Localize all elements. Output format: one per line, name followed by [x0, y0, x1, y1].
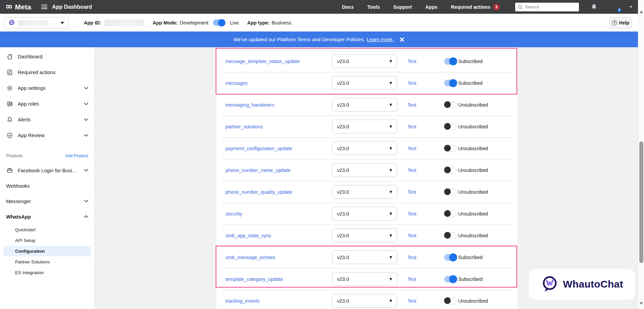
add-product-link[interactable]: Add Product [65, 153, 88, 158]
sidebar-item-alerts[interactable]: Alerts [3, 112, 91, 127]
close-icon[interactable] [399, 37, 405, 42]
subscription-toggle[interactable] [444, 189, 457, 195]
version-dropdown[interactable]: v23.0 ▼ [332, 141, 397, 155]
webhook-field-link[interactable]: messaging_handovers [225, 102, 274, 108]
webhook-field-link[interactable]: phone_number_name_update [225, 168, 290, 173]
webhook-field-link[interactable]: payment_configuration_update [225, 146, 292, 151]
version-dropdown[interactable]: v23.0 ▼ [332, 229, 397, 242]
sidebar-item-label: Configuration [15, 249, 45, 254]
version-value: v23.0 [337, 276, 349, 282]
subscription-toggle[interactable] [444, 167, 457, 174]
products-label: Products [6, 153, 22, 158]
webhook-field-link[interactable]: tracking_events [225, 298, 260, 304]
test-link[interactable]: Test [404, 298, 420, 304]
version-dropdown[interactable]: v23.0 ▼ [332, 163, 397, 177]
webhook-field-link[interactable]: template_category_update [225, 276, 283, 282]
help-button[interactable]: ? Help [610, 17, 631, 28]
sidebar-item-quickstart[interactable]: Quickstart [3, 225, 91, 235]
webhook-field-link[interactable]: smb_message_echoes [225, 255, 275, 260]
version-dropdown[interactable]: v23.0 ▼ [332, 76, 397, 90]
account-menu-chevron-icon[interactable] [629, 6, 633, 8]
version-dropdown[interactable]: v23.0 ▼ [332, 98, 397, 112]
webhook-field-link[interactable]: security [225, 211, 242, 217]
sidebar-item-whatsapp[interactable]: WhatsApp [3, 209, 91, 224]
test-link[interactable]: Test [404, 124, 420, 129]
webhook-field-link[interactable]: smb_app_state_sync [225, 233, 271, 238]
search-box[interactable] [515, 3, 579, 11]
subscription-toggle[interactable] [444, 232, 457, 239]
nav-link-required-actions[interactable]: Required actions 3 [451, 4, 500, 10]
scroll-down-arrow-icon[interactable] [640, 302, 643, 305]
scroll-up-arrow-icon[interactable] [640, 11, 643, 13]
test-link[interactable]: Test [404, 211, 420, 217]
webhook-field-link[interactable]: phone_number_quality_update [225, 189, 292, 195]
scrollbar-thumb[interactable] [639, 141, 643, 263]
sidebar-item-app-settings[interactable]: App settings [3, 80, 91, 96]
subscription-toggle[interactable] [444, 58, 457, 65]
version-dropdown[interactable]: v23.0 ▼ [332, 250, 397, 264]
notifications-bell-icon[interactable] [590, 3, 598, 11]
subscription-toggle[interactable] [444, 102, 457, 108]
sidebar-item-facebook-login[interactable]: Facebook Login for Busi… [3, 163, 91, 178]
webhook-row: partner_solutions v23.0 ▼ Test Unsubscri… [216, 116, 517, 137]
nav-link-docs[interactable]: Docs [342, 4, 354, 10]
sidebar-item-es-integration[interactable]: ES Integration [3, 267, 91, 278]
test-link[interactable]: Test [404, 189, 420, 195]
toggle-knob [444, 123, 451, 130]
sidebar-item-dashboard[interactable]: Dashboard [3, 49, 91, 64]
subscription-toggle[interactable] [444, 145, 457, 152]
test-link[interactable]: Test [404, 276, 420, 282]
learn-more-link[interactable]: Learn more. [367, 37, 394, 42]
chevron-down-icon: ▼ [389, 212, 392, 215]
toggle-knob [444, 210, 451, 217]
version-value: v23.0 [337, 255, 349, 260]
version-dropdown[interactable]: v23.0 ▼ [332, 207, 397, 221]
test-link[interactable]: Test [404, 80, 420, 86]
chevron-down-icon [84, 87, 88, 89]
toggle-knob [444, 145, 451, 151]
webhook-row: smb_message_echoes v23.0 ▼ Test Subscrib… [216, 246, 517, 268]
sidebar-item-partner-solutions[interactable]: Partner Solutions [3, 257, 91, 267]
webhook-field-link[interactable]: messages [225, 80, 248, 86]
subscription-status-label: Subscribed [458, 255, 483, 260]
subscription-toggle[interactable] [444, 123, 457, 130]
subscription-toggle[interactable] [444, 276, 457, 283]
nav-link-support[interactable]: Support [393, 4, 412, 10]
test-link[interactable]: Test [404, 168, 420, 173]
subscription-status-label: Unsubscribed [458, 146, 488, 151]
version-dropdown[interactable]: v23.0 ▼ [332, 185, 397, 199]
menu-icon[interactable] [41, 5, 47, 9]
webhook-field-link[interactable]: partner_solutions [225, 124, 263, 129]
sidebar-item-app-roles[interactable]: App roles [3, 96, 91, 112]
search-input[interactable] [525, 4, 576, 9]
sidebar-item-label: Required actions [18, 69, 56, 75]
test-link[interactable]: Test [404, 59, 420, 64]
webhook-field-link[interactable]: message_template_status_update [225, 59, 300, 64]
test-link[interactable]: Test [404, 146, 420, 151]
subscription-toggle[interactable] [444, 298, 457, 304]
sidebar-item-configuration[interactable]: Configuration [3, 246, 91, 256]
version-dropdown[interactable]: v23.0 ▼ [332, 120, 397, 133]
sidebar-item-required-actions[interactable]: Required actions [3, 64, 91, 80]
sidebar-item-app-review[interactable]: App Review [3, 127, 91, 143]
page-scrollbar[interactable] [638, 0, 644, 309]
test-link[interactable]: Test [404, 102, 420, 108]
sidebar-item-messenger[interactable]: Messenger [3, 193, 91, 209]
subscription-toggle[interactable] [444, 254, 457, 261]
sidebar-item-api-setup[interactable]: API Setup [3, 235, 91, 246]
version-dropdown[interactable]: v23.0 ▼ [332, 294, 397, 308]
subscription-toggle[interactable] [444, 80, 457, 86]
subscription-toggle[interactable] [444, 210, 457, 217]
live-mode-toggle[interactable] [213, 19, 225, 26]
sidebar-item-label: App settings [18, 85, 46, 91]
meta-logo[interactable]: ∞ Meta [5, 3, 31, 11]
app-selector-dropdown[interactable] [4, 17, 69, 28]
sidebar-item-webhooks[interactable]: Webhooks [3, 178, 91, 193]
nav-link-apps[interactable]: Apps [425, 4, 437, 10]
version-dropdown[interactable]: v23.0 ▼ [332, 272, 397, 286]
nav-link-tools[interactable]: Tools [367, 4, 380, 10]
test-link[interactable]: Test [404, 233, 420, 238]
user-avatar[interactable]: f [611, 2, 621, 12]
version-dropdown[interactable]: v23.0 ▼ [332, 54, 397, 68]
test-link[interactable]: Test [404, 255, 420, 260]
